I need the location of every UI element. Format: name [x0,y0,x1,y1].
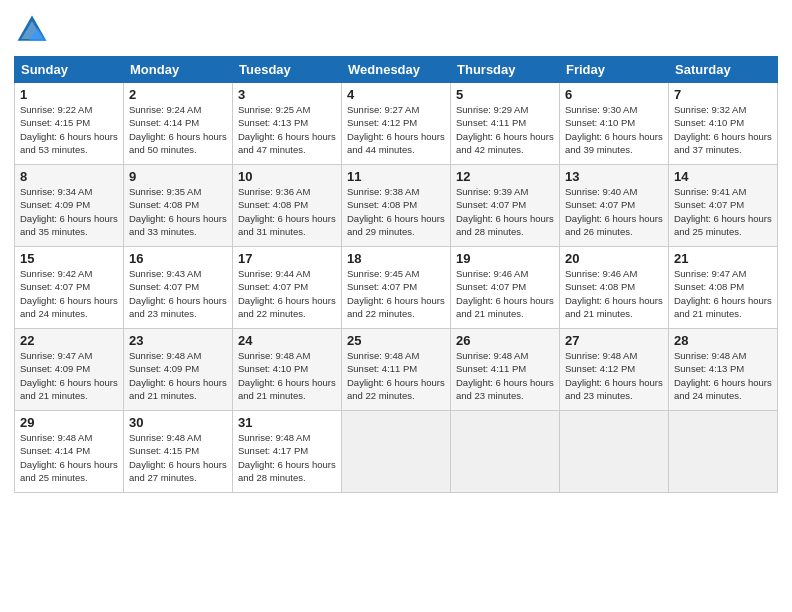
calendar-week: 15Sunrise: 9:42 AMSunset: 4:07 PMDayligh… [15,247,778,329]
calendar: SundayMondayTuesdayWednesdayThursdayFrid… [14,56,778,493]
day-info: Sunrise: 9:36 AMSunset: 4:08 PMDaylight:… [238,186,336,237]
day-info: Sunrise: 9:48 AMSunset: 4:10 PMDaylight:… [238,350,336,401]
calendar-cell: 22Sunrise: 9:47 AMSunset: 4:09 PMDayligh… [15,329,124,411]
day-number: 14 [674,169,772,184]
calendar-cell: 9Sunrise: 9:35 AMSunset: 4:08 PMDaylight… [124,165,233,247]
day-number: 4 [347,87,445,102]
calendar-cell: 11Sunrise: 9:38 AMSunset: 4:08 PMDayligh… [342,165,451,247]
calendar-cell: 20Sunrise: 9:46 AMSunset: 4:08 PMDayligh… [560,247,669,329]
day-number: 20 [565,251,663,266]
day-number: 22 [20,333,118,348]
day-number: 18 [347,251,445,266]
day-info: Sunrise: 9:45 AMSunset: 4:07 PMDaylight:… [347,268,445,319]
day-number: 8 [20,169,118,184]
calendar-cell: 23Sunrise: 9:48 AMSunset: 4:09 PMDayligh… [124,329,233,411]
day-number: 13 [565,169,663,184]
calendar-cell: 6Sunrise: 9:30 AMSunset: 4:10 PMDaylight… [560,83,669,165]
day-number: 29 [20,415,118,430]
day-info: Sunrise: 9:48 AMSunset: 4:09 PMDaylight:… [129,350,227,401]
calendar-cell: 21Sunrise: 9:47 AMSunset: 4:08 PMDayligh… [669,247,778,329]
calendar-week: 29Sunrise: 9:48 AMSunset: 4:14 PMDayligh… [15,411,778,493]
day-number: 16 [129,251,227,266]
day-number: 25 [347,333,445,348]
weekday-header: Monday [124,57,233,83]
day-number: 6 [565,87,663,102]
calendar-cell: 13Sunrise: 9:40 AMSunset: 4:07 PMDayligh… [560,165,669,247]
day-info: Sunrise: 9:39 AMSunset: 4:07 PMDaylight:… [456,186,554,237]
day-info: Sunrise: 9:38 AMSunset: 4:08 PMDaylight:… [347,186,445,237]
calendar-cell: 12Sunrise: 9:39 AMSunset: 4:07 PMDayligh… [451,165,560,247]
calendar-week: 1Sunrise: 9:22 AMSunset: 4:15 PMDaylight… [15,83,778,165]
calendar-cell [342,411,451,493]
day-number: 28 [674,333,772,348]
calendar-cell [451,411,560,493]
day-number: 2 [129,87,227,102]
calendar-cell: 29Sunrise: 9:48 AMSunset: 4:14 PMDayligh… [15,411,124,493]
weekday-header: Saturday [669,57,778,83]
day-info: Sunrise: 9:48 AMSunset: 4:17 PMDaylight:… [238,432,336,483]
calendar-cell [560,411,669,493]
calendar-cell: 4Sunrise: 9:27 AMSunset: 4:12 PMDaylight… [342,83,451,165]
day-info: Sunrise: 9:46 AMSunset: 4:07 PMDaylight:… [456,268,554,319]
day-number: 17 [238,251,336,266]
weekday-header: Sunday [15,57,124,83]
weekday-header: Friday [560,57,669,83]
day-number: 19 [456,251,554,266]
day-number: 11 [347,169,445,184]
day-info: Sunrise: 9:48 AMSunset: 4:13 PMDaylight:… [674,350,772,401]
day-info: Sunrise: 9:22 AMSunset: 4:15 PMDaylight:… [20,104,118,155]
day-number: 24 [238,333,336,348]
calendar-cell: 16Sunrise: 9:43 AMSunset: 4:07 PMDayligh… [124,247,233,329]
day-number: 23 [129,333,227,348]
calendar-cell: 7Sunrise: 9:32 AMSunset: 4:10 PMDaylight… [669,83,778,165]
day-number: 26 [456,333,554,348]
day-info: Sunrise: 9:35 AMSunset: 4:08 PMDaylight:… [129,186,227,237]
day-info: Sunrise: 9:48 AMSunset: 4:11 PMDaylight:… [347,350,445,401]
day-info: Sunrise: 9:46 AMSunset: 4:08 PMDaylight:… [565,268,663,319]
weekday-header: Thursday [451,57,560,83]
calendar-week: 22Sunrise: 9:47 AMSunset: 4:09 PMDayligh… [15,329,778,411]
day-number: 9 [129,169,227,184]
day-info: Sunrise: 9:48 AMSunset: 4:15 PMDaylight:… [129,432,227,483]
calendar-body: 1Sunrise: 9:22 AMSunset: 4:15 PMDaylight… [15,83,778,493]
calendar-cell: 30Sunrise: 9:48 AMSunset: 4:15 PMDayligh… [124,411,233,493]
day-info: Sunrise: 9:48 AMSunset: 4:14 PMDaylight:… [20,432,118,483]
day-number: 10 [238,169,336,184]
day-info: Sunrise: 9:27 AMSunset: 4:12 PMDaylight:… [347,104,445,155]
logo-icon [14,12,50,48]
day-number: 5 [456,87,554,102]
calendar-cell: 15Sunrise: 9:42 AMSunset: 4:07 PMDayligh… [15,247,124,329]
weekday-header-row: SundayMondayTuesdayWednesdayThursdayFrid… [15,57,778,83]
day-number: 21 [674,251,772,266]
calendar-week: 8Sunrise: 9:34 AMSunset: 4:09 PMDaylight… [15,165,778,247]
calendar-cell: 31Sunrise: 9:48 AMSunset: 4:17 PMDayligh… [233,411,342,493]
day-number: 7 [674,87,772,102]
logo [14,12,54,48]
day-info: Sunrise: 9:24 AMSunset: 4:14 PMDaylight:… [129,104,227,155]
day-info: Sunrise: 9:29 AMSunset: 4:11 PMDaylight:… [456,104,554,155]
calendar-cell: 5Sunrise: 9:29 AMSunset: 4:11 PMDaylight… [451,83,560,165]
calendar-cell: 25Sunrise: 9:48 AMSunset: 4:11 PMDayligh… [342,329,451,411]
calendar-cell: 3Sunrise: 9:25 AMSunset: 4:13 PMDaylight… [233,83,342,165]
calendar-cell: 24Sunrise: 9:48 AMSunset: 4:10 PMDayligh… [233,329,342,411]
calendar-cell [669,411,778,493]
day-number: 12 [456,169,554,184]
day-info: Sunrise: 9:42 AMSunset: 4:07 PMDaylight:… [20,268,118,319]
day-number: 1 [20,87,118,102]
calendar-cell: 2Sunrise: 9:24 AMSunset: 4:14 PMDaylight… [124,83,233,165]
calendar-cell: 27Sunrise: 9:48 AMSunset: 4:12 PMDayligh… [560,329,669,411]
day-number: 30 [129,415,227,430]
day-number: 3 [238,87,336,102]
calendar-cell: 10Sunrise: 9:36 AMSunset: 4:08 PMDayligh… [233,165,342,247]
day-info: Sunrise: 9:47 AMSunset: 4:08 PMDaylight:… [674,268,772,319]
day-info: Sunrise: 9:34 AMSunset: 4:09 PMDaylight:… [20,186,118,237]
day-number: 27 [565,333,663,348]
calendar-cell: 14Sunrise: 9:41 AMSunset: 4:07 PMDayligh… [669,165,778,247]
day-info: Sunrise: 9:25 AMSunset: 4:13 PMDaylight:… [238,104,336,155]
day-number: 31 [238,415,336,430]
page: SundayMondayTuesdayWednesdayThursdayFrid… [0,0,792,612]
day-info: Sunrise: 9:30 AMSunset: 4:10 PMDaylight:… [565,104,663,155]
calendar-cell: 17Sunrise: 9:44 AMSunset: 4:07 PMDayligh… [233,247,342,329]
header [14,12,778,48]
calendar-cell: 8Sunrise: 9:34 AMSunset: 4:09 PMDaylight… [15,165,124,247]
